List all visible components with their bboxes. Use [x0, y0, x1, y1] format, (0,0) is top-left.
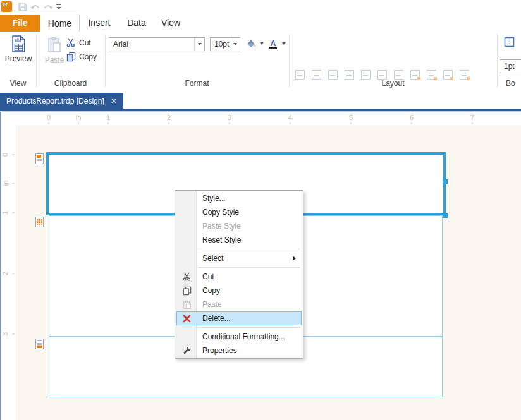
vruler-tick	[12, 213, 15, 213]
menu-item-style[interactable]: Style...	[176, 191, 302, 205]
hruler-label-5: 5	[349, 114, 353, 121]
paste-button: Paste	[42, 37, 67, 64]
hruler-label-3: 3	[228, 114, 231, 121]
layout-icons-row1	[295, 70, 469, 80]
wrench-icon	[177, 346, 197, 355]
menu-item-paste: Paste	[176, 297, 302, 311]
cut-button[interactable]: Cut	[66, 38, 91, 47]
vertical-ruler: 0in123	[1, 112, 16, 420]
tab-home[interactable]: Home	[40, 15, 80, 32]
hruler-tick	[472, 122, 473, 124]
menu-item-label: Reset Style	[197, 236, 241, 244]
view-group-label: View	[0, 79, 36, 88]
menu-item-cut[interactable]: Cut	[176, 270, 302, 284]
vruler-label-3: 3	[1, 332, 9, 336]
font-color-dropdown-icon[interactable]	[280, 37, 288, 50]
font-family-combobox[interactable]: Arial	[109, 37, 205, 51]
menu-item-properties[interactable]: Properties	[176, 344, 302, 357]
hruler-tick	[169, 122, 169, 124]
hruler-tick	[49, 122, 49, 124]
undo-icon	[30, 3, 40, 11]
document-tab[interactable]: ProductsReport.trdp [Design] ✕	[0, 93, 123, 109]
hruler-tick	[290, 122, 291, 124]
font-family-dropdown-icon[interactable]	[194, 38, 204, 51]
delete-icon	[177, 315, 197, 323]
borders-group-label: Bo	[506, 79, 521, 88]
background-color-button[interactable]	[245, 38, 257, 49]
font-size-dropdown-icon[interactable]	[230, 38, 240, 51]
report-designer-window: R File Home Insert Data V	[0, 0, 521, 420]
preview-button[interactable]: Preview	[3, 35, 34, 63]
hruler-label-0: 0	[47, 114, 51, 121]
font-family-value: Arial	[109, 40, 194, 49]
resize-handle-right[interactable]	[443, 179, 448, 184]
horizontal-ruler: 0in1234567	[16, 112, 521, 125]
hruler-tick	[412, 122, 412, 124]
app-logo-icon[interactable]: R	[1, 1, 12, 12]
hruler-label-1: 1	[106, 114, 110, 121]
resize-handle-bottom-right[interactable]	[443, 213, 448, 218]
redo-button[interactable]	[43, 3, 53, 11]
border-width-combobox[interactable]: 1pt	[500, 59, 521, 73]
align-rights-icon	[345, 70, 354, 80]
align-centers-icon	[328, 70, 338, 80]
same-height-icon	[427, 70, 436, 80]
cut-icon	[66, 38, 76, 47]
format-group-label: Format	[105, 79, 289, 88]
menu-item-label: Conditional Formatting...	[197, 332, 285, 341]
menu-item-select[interactable]: Select	[176, 251, 302, 265]
ribbon: Preview View Paste Cut Copy	[0, 32, 521, 90]
detail-section-icon[interactable]	[35, 217, 44, 227]
font-size-combobox[interactable]: 10pt	[210, 37, 240, 51]
tab-insert[interactable]: Insert	[80, 15, 119, 32]
font-color-label: A	[270, 39, 276, 48]
document-tab-title: ProductsReport.trdp [Design]	[6, 97, 106, 105]
scissors-icon	[177, 272, 197, 281]
menu-item-label: Delete...	[197, 314, 231, 323]
tab-view[interactable]: View	[154, 15, 187, 32]
quick-access-toolbar: R	[0, 0, 521, 14]
vruler-tick	[12, 273, 15, 274]
save-button[interactable]	[18, 3, 28, 11]
copy-label: Copy	[79, 52, 97, 61]
page-footer-section-icon[interactable]	[35, 339, 44, 349]
file-tab[interactable]: File	[0, 15, 40, 32]
document-tab-strip: ProductsReport.trdp [Design] ✕	[0, 90, 521, 112]
menu-item-label: Properties	[197, 346, 237, 355]
submenu-arrow-icon	[293, 256, 296, 261]
copy-button[interactable]: Copy	[66, 52, 97, 62]
menu-item-label: Select	[197, 254, 223, 263]
same-size-icon	[443, 70, 453, 80]
borders-icon	[504, 37, 515, 47]
tab-data[interactable]: Data	[119, 15, 154, 32]
close-tab-icon[interactable]: ✕	[111, 97, 117, 105]
redo-icon	[43, 3, 53, 11]
undo-button[interactable]	[30, 3, 40, 11]
qat-separator	[15, 2, 15, 11]
vruler-label-in: in	[2, 181, 9, 186]
save-icon	[18, 3, 27, 11]
menu-item-conditional-formatting[interactable]: Conditional Formatting...	[176, 330, 302, 344]
hruler-label-2: 2	[167, 114, 171, 121]
size-to-grid-icon	[460, 70, 469, 80]
menu-item-delete[interactable]: Delete...	[176, 311, 302, 325]
hruler-tick	[351, 122, 352, 124]
menu-item-label: Copy Style	[197, 208, 239, 217]
hruler-label-4: 4	[288, 114, 292, 121]
background-color-icon	[245, 38, 257, 49]
background-color-dropdown-icon[interactable]	[258, 37, 266, 50]
menu-item-copy-style[interactable]: Copy Style	[176, 205, 302, 219]
borders-button[interactable]	[504, 37, 515, 47]
clipboard-group-label: Clipboard	[36, 79, 105, 88]
qat-customize-dropdown[interactable]	[56, 4, 62, 10]
context-menu: Style...Copy StylePaste StyleReset Style…	[175, 190, 303, 359]
align-to-grid-icon	[295, 70, 305, 80]
menu-separator	[176, 325, 302, 330]
menu-item-reset-style[interactable]: Reset Style	[176, 233, 302, 247]
ribbon-tab-bar: File Home Insert Data View	[0, 14, 521, 32]
page-header-section-icon[interactable]	[35, 153, 44, 164]
same-width-icon	[410, 70, 420, 80]
menu-item-copy[interactable]: Copy	[176, 284, 302, 297]
font-color-button[interactable]: A	[268, 37, 278, 50]
cut-label: Cut	[79, 39, 91, 47]
